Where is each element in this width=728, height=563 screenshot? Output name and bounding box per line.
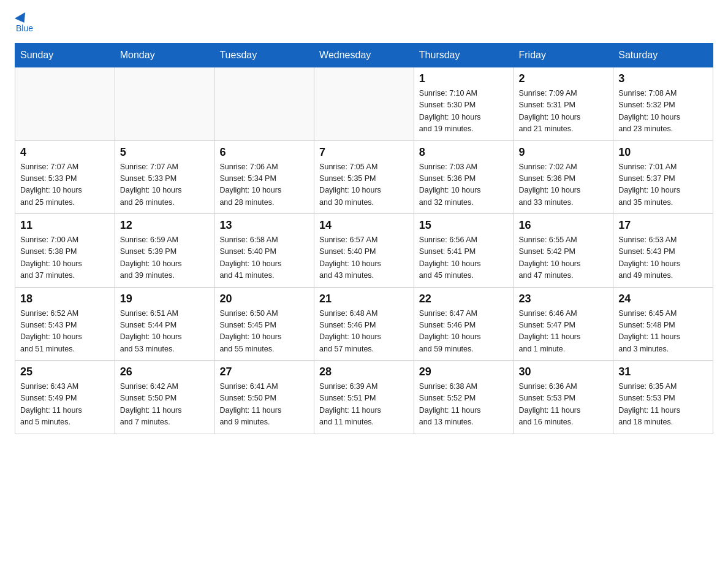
- calendar-cell: 14Sunrise: 6:57 AMSunset: 5:40 PMDayligh…: [314, 214, 414, 288]
- day-number: 18: [20, 293, 110, 305]
- day-info: Sunrise: 7:03 AMSunset: 5:36 PMDaylight:…: [419, 161, 509, 209]
- calendar-cell: 26Sunrise: 6:42 AMSunset: 5:50 PMDayligh…: [115, 361, 214, 434]
- calendar-cell: 13Sunrise: 6:58 AMSunset: 5:40 PMDayligh…: [214, 214, 314, 288]
- calendar-cell: 10Sunrise: 7:01 AMSunset: 5:37 PMDayligh…: [613, 140, 713, 214]
- calendar-cell: 15Sunrise: 6:56 AMSunset: 5:41 PMDayligh…: [414, 214, 514, 288]
- calendar-cell: 4Sunrise: 7:07 AMSunset: 5:33 PMDaylight…: [15, 140, 115, 214]
- day-number: 30: [519, 366, 609, 378]
- day-number: 28: [319, 366, 409, 378]
- calendar-cell: 27Sunrise: 6:41 AMSunset: 5:50 PMDayligh…: [214, 361, 314, 434]
- day-info: Sunrise: 6:55 AMSunset: 5:42 PMDaylight:…: [519, 234, 609, 282]
- calendar-week-row: 1Sunrise: 7:10 AMSunset: 5:30 PMDaylight…: [15, 67, 713, 141]
- day-number: 12: [120, 219, 210, 232]
- day-info: Sunrise: 6:53 AMSunset: 5:43 PMDaylight:…: [618, 234, 708, 282]
- calendar-cell: 2Sunrise: 7:09 AMSunset: 5:31 PMDaylight…: [514, 67, 613, 141]
- calendar-cell: 7Sunrise: 7:05 AMSunset: 5:35 PMDaylight…: [314, 140, 414, 214]
- day-info: Sunrise: 6:45 AMSunset: 5:48 PMDaylight:…: [618, 308, 708, 356]
- day-info: Sunrise: 6:57 AMSunset: 5:40 PMDaylight:…: [319, 234, 409, 282]
- day-info: Sunrise: 6:41 AMSunset: 5:50 PMDaylight:…: [219, 381, 309, 429]
- weekday-header-sunday: Sunday: [15, 44, 115, 67]
- day-info: Sunrise: 6:43 AMSunset: 5:49 PMDaylight:…: [20, 381, 110, 429]
- day-number: 23: [519, 293, 609, 305]
- day-number: 14: [319, 219, 409, 232]
- calendar-cell: 21Sunrise: 6:48 AMSunset: 5:46 PMDayligh…: [314, 287, 414, 361]
- day-number: 25: [20, 366, 110, 378]
- calendar-cell: 30Sunrise: 6:36 AMSunset: 5:53 PMDayligh…: [514, 361, 613, 434]
- calendar-table: SundayMondayTuesdayWednesdayThursdayFrid…: [15, 43, 713, 434]
- day-number: 27: [219, 366, 309, 378]
- calendar-cell: 28Sunrise: 6:39 AMSunset: 5:51 PMDayligh…: [314, 361, 414, 434]
- day-number: 11: [20, 219, 110, 232]
- day-number: 22: [419, 293, 509, 305]
- day-info: Sunrise: 6:36 AMSunset: 5:53 PMDaylight:…: [519, 381, 609, 429]
- calendar-cell: 20Sunrise: 6:50 AMSunset: 5:45 PMDayligh…: [214, 287, 314, 361]
- calendar-cell: 8Sunrise: 7:03 AMSunset: 5:36 PMDaylight…: [414, 140, 514, 214]
- weekday-header-wednesday: Wednesday: [314, 44, 414, 67]
- calendar-cell: 1Sunrise: 7:10 AMSunset: 5:30 PMDaylight…: [414, 67, 514, 141]
- day-number: 6: [219, 146, 309, 159]
- calendar-cell: 18Sunrise: 6:52 AMSunset: 5:43 PMDayligh…: [15, 287, 115, 361]
- day-number: 20: [219, 293, 309, 305]
- calendar-cell: 3Sunrise: 7:08 AMSunset: 5:32 PMDaylight…: [613, 67, 713, 141]
- calendar-cell: 29Sunrise: 6:38 AMSunset: 5:52 PMDayligh…: [414, 361, 514, 434]
- weekday-header-friday: Friday: [514, 44, 613, 67]
- calendar-cell: 5Sunrise: 7:07 AMSunset: 5:33 PMDaylight…: [115, 140, 214, 214]
- day-number: 26: [120, 366, 210, 378]
- page-header: Blue: [15, 15, 713, 33]
- calendar-week-row: 11Sunrise: 7:00 AMSunset: 5:38 PMDayligh…: [15, 214, 713, 288]
- calendar-week-row: 18Sunrise: 6:52 AMSunset: 5:43 PMDayligh…: [15, 287, 713, 361]
- day-number: 3: [618, 72, 708, 85]
- calendar-cell: 11Sunrise: 7:00 AMSunset: 5:38 PMDayligh…: [15, 214, 115, 288]
- day-info: Sunrise: 7:10 AMSunset: 5:30 PMDaylight:…: [419, 88, 509, 136]
- day-number: 5: [120, 146, 210, 159]
- calendar-cell: [314, 67, 414, 141]
- day-info: Sunrise: 7:05 AMSunset: 5:35 PMDaylight:…: [319, 161, 409, 209]
- day-info: Sunrise: 6:50 AMSunset: 5:45 PMDaylight:…: [219, 308, 309, 356]
- day-number: 19: [120, 293, 210, 305]
- day-info: Sunrise: 6:46 AMSunset: 5:47 PMDaylight:…: [519, 308, 609, 356]
- calendar-cell: 9Sunrise: 7:02 AMSunset: 5:36 PMDaylight…: [514, 140, 613, 214]
- day-info: Sunrise: 6:58 AMSunset: 5:40 PMDaylight:…: [219, 234, 309, 282]
- calendar-cell: 24Sunrise: 6:45 AMSunset: 5:48 PMDayligh…: [613, 287, 713, 361]
- day-number: 24: [618, 293, 708, 305]
- day-number: 21: [319, 293, 409, 305]
- calendar-cell: 31Sunrise: 6:35 AMSunset: 5:53 PMDayligh…: [613, 361, 713, 434]
- day-info: Sunrise: 7:06 AMSunset: 5:34 PMDaylight:…: [219, 161, 309, 209]
- day-info: Sunrise: 6:48 AMSunset: 5:46 PMDaylight:…: [319, 308, 409, 356]
- day-number: 1: [419, 72, 509, 85]
- day-info: Sunrise: 6:52 AMSunset: 5:43 PMDaylight:…: [20, 308, 110, 356]
- calendar-cell: 16Sunrise: 6:55 AMSunset: 5:42 PMDayligh…: [514, 214, 613, 288]
- day-info: Sunrise: 6:42 AMSunset: 5:50 PMDaylight:…: [120, 381, 210, 429]
- day-info: Sunrise: 7:00 AMSunset: 5:38 PMDaylight:…: [20, 234, 110, 282]
- calendar-cell: 6Sunrise: 7:06 AMSunset: 5:34 PMDaylight…: [214, 140, 314, 214]
- weekday-header-saturday: Saturday: [613, 44, 713, 67]
- day-number: 31: [618, 366, 708, 378]
- day-info: Sunrise: 7:09 AMSunset: 5:31 PMDaylight:…: [519, 88, 609, 136]
- day-number: 29: [419, 366, 509, 378]
- calendar-header-row: SundayMondayTuesdayWednesdayThursdayFrid…: [15, 44, 713, 67]
- weekday-header-thursday: Thursday: [414, 44, 514, 67]
- calendar-cell: [115, 67, 214, 141]
- day-number: 15: [419, 219, 509, 232]
- day-number: 16: [519, 219, 609, 232]
- day-number: 17: [618, 219, 708, 232]
- day-number: 10: [618, 146, 708, 159]
- day-info: Sunrise: 6:59 AMSunset: 5:39 PMDaylight:…: [120, 234, 210, 282]
- day-number: 7: [319, 146, 409, 159]
- day-info: Sunrise: 6:35 AMSunset: 5:53 PMDaylight:…: [618, 381, 708, 429]
- day-info: Sunrise: 7:08 AMSunset: 5:32 PMDaylight:…: [618, 88, 708, 136]
- logo: Blue: [15, 15, 33, 33]
- day-info: Sunrise: 6:51 AMSunset: 5:44 PMDaylight:…: [120, 308, 210, 356]
- calendar-week-row: 25Sunrise: 6:43 AMSunset: 5:49 PMDayligh…: [15, 361, 713, 434]
- day-info: Sunrise: 7:07 AMSunset: 5:33 PMDaylight:…: [120, 161, 210, 209]
- day-number: 2: [519, 72, 609, 85]
- calendar-week-row: 4Sunrise: 7:07 AMSunset: 5:33 PMDaylight…: [15, 140, 713, 214]
- day-number: 9: [519, 146, 609, 159]
- calendar-cell: 12Sunrise: 6:59 AMSunset: 5:39 PMDayligh…: [115, 214, 214, 288]
- day-info: Sunrise: 6:38 AMSunset: 5:52 PMDaylight:…: [419, 381, 509, 429]
- calendar-cell: 19Sunrise: 6:51 AMSunset: 5:44 PMDayligh…: [115, 287, 214, 361]
- day-number: 13: [219, 219, 309, 232]
- day-info: Sunrise: 6:47 AMSunset: 5:46 PMDaylight:…: [419, 308, 509, 356]
- weekday-header-tuesday: Tuesday: [214, 44, 314, 67]
- day-info: Sunrise: 6:39 AMSunset: 5:51 PMDaylight:…: [319, 381, 409, 429]
